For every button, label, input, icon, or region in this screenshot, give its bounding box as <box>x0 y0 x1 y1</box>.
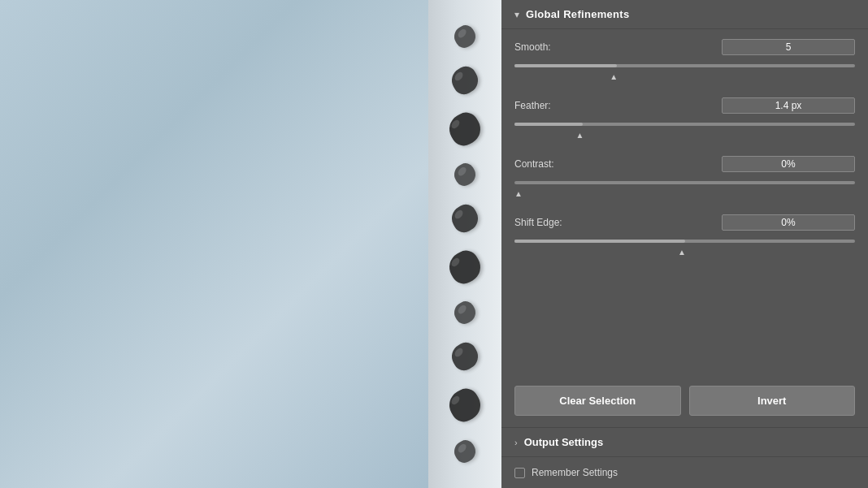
feather-thumb-icon[interactable]: ▲ <box>575 132 584 140</box>
shift-edge-label: Shift Edge: <box>514 217 562 228</box>
remember-settings-label: Remember Settings <box>532 467 618 478</box>
remember-settings-checkbox[interactable] <box>514 468 525 478</box>
shift-edge-value-input[interactable] <box>722 214 855 231</box>
contrast-value-input[interactable] <box>722 156 855 172</box>
global-refinements-header[interactable]: ▾ Global Refinements <box>501 0 868 29</box>
contrast-track-container <box>514 177 855 188</box>
shift-edge-track[interactable] <box>514 240 855 243</box>
feather-track[interactable] <box>514 123 855 126</box>
smooth-thumb-icon[interactable]: ▲ <box>610 73 618 81</box>
brush-mark <box>447 201 483 236</box>
smooth-label: Smooth: <box>514 41 551 53</box>
smooth-track[interactable] <box>514 64 855 67</box>
shift-edge-track-container <box>514 235 855 247</box>
brush-mark <box>450 23 480 52</box>
feather-label: Feather: <box>514 100 551 111</box>
global-refinements-content: Smooth: ▲ Feather: <box>501 29 868 374</box>
invert-button[interactable]: Invert <box>689 386 856 416</box>
right-panel: ▾ Global Refinements Smooth: ▲ Feather: <box>501 0 868 488</box>
brush-mark <box>444 246 486 288</box>
brush-mark <box>450 299 480 328</box>
feather-slider-row: Feather: ▲ <box>514 97 855 140</box>
canvas-area <box>0 0 501 488</box>
brush-mark <box>447 339 483 374</box>
brush-mark <box>450 161 480 190</box>
contrast-track[interactable] <box>514 181 855 184</box>
output-settings-title: Output Settings <box>524 436 604 448</box>
brush-mark <box>447 63 483 98</box>
smooth-slider-row: Smooth: ▲ <box>514 39 855 81</box>
action-button-row: Clear Selection Invert <box>501 374 868 427</box>
global-refinements-title: Global Refinements <box>526 8 629 20</box>
remember-settings-row: Remember Settings <box>501 456 868 488</box>
shift-edge-slider-row: Shift Edge: ▲ <box>514 214 855 257</box>
chevron-down-icon: ▾ <box>514 9 519 20</box>
chevron-right-icon: › <box>514 438 518 447</box>
output-settings-header[interactable]: › Output Settings <box>514 436 855 448</box>
contrast-slider-row: Contrast: ▲ <box>514 156 855 198</box>
feather-value-input[interactable] <box>722 97 855 114</box>
brush-mark <box>444 108 486 150</box>
shift-edge-fill <box>514 240 685 243</box>
brush-strip <box>428 0 501 488</box>
brush-mark <box>444 384 486 426</box>
smooth-value-input[interactable] <box>722 39 855 55</box>
shift-edge-thumb-icon[interactable]: ▲ <box>678 248 686 257</box>
output-settings-section[interactable]: › Output Settings <box>501 427 868 456</box>
contrast-thumb-icon[interactable]: ▲ <box>514 190 523 198</box>
clear-selection-button[interactable]: Clear Selection <box>514 386 681 416</box>
smooth-fill <box>514 64 617 67</box>
smooth-track-container <box>514 60 855 71</box>
feather-track-container <box>514 119 855 130</box>
contrast-label: Contrast: <box>514 158 554 170</box>
brush-mark <box>450 437 480 466</box>
feather-fill <box>514 123 583 126</box>
